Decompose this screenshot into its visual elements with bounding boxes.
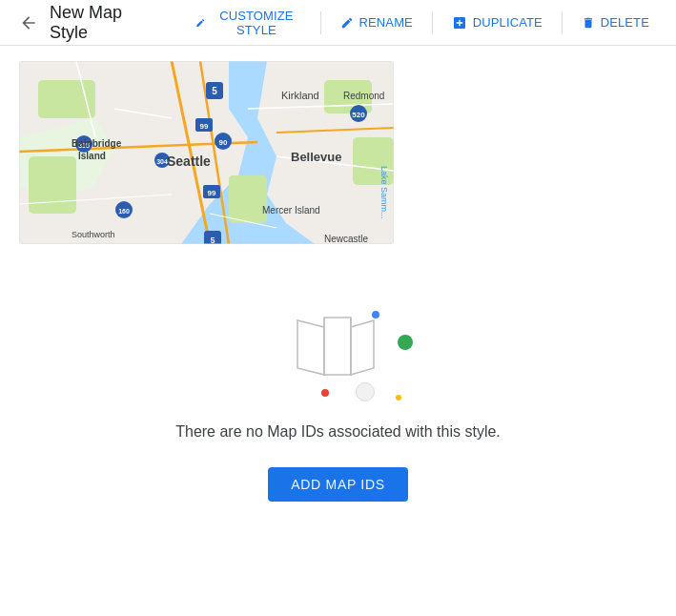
svg-rect-4: [38, 80, 95, 118]
empty-message: There are no Map IDs associated with thi…: [175, 423, 501, 441]
rename-label: RENAME: [359, 15, 413, 30]
customize-icon: [195, 16, 206, 30]
delete-icon: [582, 16, 595, 30]
svg-text:Island: Island: [78, 151, 106, 161]
map-illustration: [272, 282, 405, 416]
svg-text:Kirkland: Kirkland: [281, 90, 319, 101]
divider-2: [432, 11, 433, 34]
page-title: New Map Style: [50, 3, 157, 43]
delete-label: DELETE: [601, 15, 649, 30]
page-header: New Map Style CUSTOMIZE STYLE RENAME DUP…: [0, 0, 676, 46]
svg-text:Bellevue: Bellevue: [291, 150, 341, 164]
svg-text:160: 160: [118, 208, 130, 215]
folded-map-svg: [293, 313, 379, 380]
add-map-ids-button[interactable]: ADD MAP IDS: [268, 467, 407, 502]
back-button[interactable]: [15, 10, 42, 36]
svg-text:99: 99: [208, 189, 216, 197]
dot-circle-gray: [356, 382, 375, 401]
svg-text:Redmond: Redmond: [343, 91, 384, 101]
dot-red: [321, 389, 329, 397]
duplicate-icon: [452, 15, 467, 31]
svg-text:Seattle: Seattle: [167, 154, 211, 169]
svg-marker-51: [351, 320, 374, 375]
svg-rect-7: [29, 156, 76, 214]
duplicate-button[interactable]: DUPLICATE: [440, 10, 554, 36]
main-content: 5 5 90 520 305 160 304 99 99 Bainbridge …: [0, 46, 676, 536]
svg-text:520: 520: [352, 111, 365, 119]
svg-text:5: 5: [212, 86, 217, 96]
duplicate-label: DUPLICATE: [473, 15, 543, 30]
svg-text:99: 99: [200, 122, 209, 131]
svg-rect-8: [229, 175, 267, 223]
dot-yellow: [396, 395, 401, 400]
map-thumbnail: 5 5 90 520 305 160 304 99 99 Bainbridge …: [19, 61, 394, 244]
empty-state: There are no Map IDs associated with thi…: [19, 244, 657, 521]
svg-text:Bainbridge: Bainbridge: [72, 138, 122, 149]
svg-marker-49: [297, 320, 324, 375]
svg-text:Mercer Island: Mercer Island: [262, 205, 320, 216]
rename-button[interactable]: RENAME: [329, 10, 424, 35]
svg-text:Lake Samm...: Lake Samm...: [379, 166, 389, 219]
svg-rect-50: [324, 318, 351, 375]
svg-text:Southworth: Southworth: [72, 230, 115, 239]
delete-button[interactable]: DELETE: [570, 10, 661, 35]
map-preview-svg: 5 5 90 520 305 160 304 99 99 Bainbridge …: [19, 61, 394, 244]
header-actions: CUSTOMIZE STYLE RENAME DUPLICATE DELETE: [184, 3, 661, 43]
divider-1: [320, 11, 321, 34]
dot-green: [398, 335, 413, 350]
svg-text:Newcastle: Newcastle: [324, 234, 369, 244]
customize-style-label: CUSTOMIZE STYLE: [212, 9, 301, 37]
svg-text:5: 5: [210, 236, 215, 244]
divider-3: [562, 11, 563, 34]
customize-style-button[interactable]: CUSTOMIZE STYLE: [184, 3, 312, 43]
svg-text:90: 90: [219, 138, 228, 147]
rename-icon: [340, 16, 354, 30]
